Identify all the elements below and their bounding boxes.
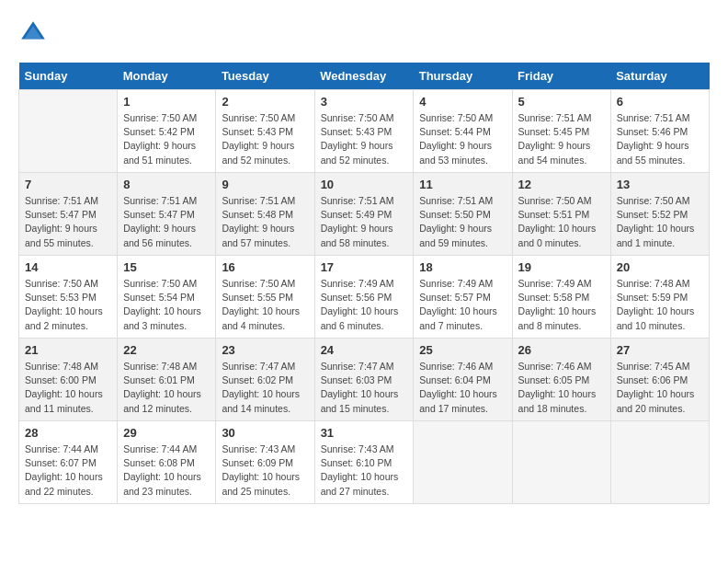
calendar-day-header: Friday xyxy=(512,63,610,90)
day-number: 28 xyxy=(25,426,111,440)
day-number: 23 xyxy=(222,343,308,357)
calendar-cell: 25Sunrise: 7:46 AMSunset: 6:04 PMDayligh… xyxy=(414,339,512,421)
day-info: Sunrise: 7:50 AMSunset: 5:44 PMDaylight:… xyxy=(419,111,506,167)
calendar-cell: 24Sunrise: 7:47 AMSunset: 6:03 PMDayligh… xyxy=(314,339,414,421)
day-number: 31 xyxy=(321,426,408,440)
calendar-cell: 4Sunrise: 7:50 AMSunset: 5:44 PMDaylight… xyxy=(414,90,512,173)
calendar-cell: 16Sunrise: 7:50 AMSunset: 5:55 PMDayligh… xyxy=(216,256,314,339)
calendar-cell xyxy=(610,421,709,504)
day-info: Sunrise: 7:44 AMSunset: 6:07 PMDaylight:… xyxy=(25,442,111,499)
calendar-day-header: Monday xyxy=(118,63,216,90)
calendar-cell: 12Sunrise: 7:50 AMSunset: 5:51 PMDayligh… xyxy=(512,173,610,256)
day-info: Sunrise: 7:47 AMSunset: 6:03 PMDaylight:… xyxy=(321,360,408,416)
day-info: Sunrise: 7:50 AMSunset: 5:55 PMDaylight:… xyxy=(222,277,308,333)
day-number: 17 xyxy=(321,260,408,274)
day-number: 16 xyxy=(222,260,308,274)
day-info: Sunrise: 7:51 AMSunset: 5:46 PMDaylight:… xyxy=(617,111,703,167)
day-info: Sunrise: 7:49 AMSunset: 5:57 PMDaylight:… xyxy=(419,277,506,333)
calendar-week-row: 1Sunrise: 7:50 AMSunset: 5:42 PMDaylight… xyxy=(19,90,710,173)
day-number: 13 xyxy=(617,178,703,191)
day-number: 11 xyxy=(419,178,506,191)
calendar-cell: 15Sunrise: 7:50 AMSunset: 5:54 PMDayligh… xyxy=(118,256,216,339)
calendar-week-row: 28Sunrise: 7:44 AMSunset: 6:07 PMDayligh… xyxy=(19,421,710,504)
day-number: 18 xyxy=(419,260,506,274)
calendar-cell: 29Sunrise: 7:44 AMSunset: 6:08 PMDayligh… xyxy=(118,421,216,504)
calendar-day-header: Tuesday xyxy=(216,63,314,90)
calendar-week-row: 14Sunrise: 7:50 AMSunset: 5:53 PMDayligh… xyxy=(19,256,710,339)
day-number: 22 xyxy=(123,343,210,357)
calendar-cell: 11Sunrise: 7:51 AMSunset: 5:50 PMDayligh… xyxy=(414,173,512,256)
day-number: 15 xyxy=(123,260,210,274)
day-number: 10 xyxy=(321,178,408,191)
day-number: 12 xyxy=(518,178,605,191)
day-info: Sunrise: 7:48 AMSunset: 5:59 PMDaylight:… xyxy=(617,277,703,333)
calendar-cell: 21Sunrise: 7:48 AMSunset: 6:00 PMDayligh… xyxy=(19,339,118,421)
calendar-cell: 23Sunrise: 7:47 AMSunset: 6:02 PMDayligh… xyxy=(216,339,314,421)
calendar-day-header: Wednesday xyxy=(314,63,414,90)
calendar-day-header: Saturday xyxy=(610,63,709,90)
calendar-cell: 3Sunrise: 7:50 AMSunset: 5:43 PMDaylight… xyxy=(314,90,414,173)
calendar-cell: 18Sunrise: 7:49 AMSunset: 5:57 PMDayligh… xyxy=(414,256,512,339)
calendar-cell: 20Sunrise: 7:48 AMSunset: 5:59 PMDayligh… xyxy=(610,256,709,339)
day-info: Sunrise: 7:43 AMSunset: 6:09 PMDaylight:… xyxy=(222,442,308,499)
day-number: 8 xyxy=(123,178,210,191)
calendar-cell: 30Sunrise: 7:43 AMSunset: 6:09 PMDayligh… xyxy=(216,421,314,504)
day-number: 25 xyxy=(419,343,506,357)
day-info: Sunrise: 7:50 AMSunset: 5:43 PMDaylight:… xyxy=(321,111,408,167)
calendar-cell xyxy=(414,421,512,504)
day-number: 6 xyxy=(617,95,703,109)
day-info: Sunrise: 7:49 AMSunset: 5:58 PMDaylight:… xyxy=(518,277,605,333)
day-number: 14 xyxy=(25,260,111,274)
day-number: 27 xyxy=(617,343,703,357)
calendar-week-row: 21Sunrise: 7:48 AMSunset: 6:00 PMDayligh… xyxy=(19,339,710,421)
calendar-cell: 9Sunrise: 7:51 AMSunset: 5:48 PMDaylight… xyxy=(216,173,314,256)
calendar-cell: 26Sunrise: 7:46 AMSunset: 6:05 PMDayligh… xyxy=(512,339,610,421)
day-info: Sunrise: 7:50 AMSunset: 5:52 PMDaylight:… xyxy=(617,194,703,250)
calendar-cell xyxy=(19,90,118,173)
day-number: 19 xyxy=(518,260,605,274)
logo-icon xyxy=(18,18,48,48)
day-info: Sunrise: 7:50 AMSunset: 5:51 PMDaylight:… xyxy=(518,194,605,250)
calendar-cell: 7Sunrise: 7:51 AMSunset: 5:47 PMDaylight… xyxy=(19,173,118,256)
calendar-day-header: Sunday xyxy=(19,63,118,90)
day-info: Sunrise: 7:51 AMSunset: 5:47 PMDaylight:… xyxy=(25,194,111,250)
day-number: 1 xyxy=(123,95,210,109)
day-number: 3 xyxy=(321,95,408,109)
day-number: 26 xyxy=(518,343,605,357)
day-info: Sunrise: 7:43 AMSunset: 6:10 PMDaylight:… xyxy=(321,442,408,499)
day-number: 4 xyxy=(419,95,506,109)
calendar-cell: 14Sunrise: 7:50 AMSunset: 5:53 PMDayligh… xyxy=(19,256,118,339)
day-info: Sunrise: 7:50 AMSunset: 5:43 PMDaylight:… xyxy=(222,111,308,167)
day-number: 9 xyxy=(222,178,308,191)
calendar-day-header: Thursday xyxy=(414,63,512,90)
day-info: Sunrise: 7:46 AMSunset: 6:05 PMDaylight:… xyxy=(518,360,605,416)
day-info: Sunrise: 7:50 AMSunset: 5:54 PMDaylight:… xyxy=(123,277,210,333)
calendar-cell: 5Sunrise: 7:51 AMSunset: 5:45 PMDaylight… xyxy=(512,90,610,173)
logo xyxy=(18,18,51,48)
day-number: 29 xyxy=(123,426,210,440)
calendar-cell: 10Sunrise: 7:51 AMSunset: 5:49 PMDayligh… xyxy=(314,173,414,256)
day-number: 21 xyxy=(25,343,111,357)
day-info: Sunrise: 7:47 AMSunset: 6:02 PMDaylight:… xyxy=(222,360,308,416)
page-header xyxy=(18,18,710,48)
calendar-cell: 6Sunrise: 7:51 AMSunset: 5:46 PMDaylight… xyxy=(610,90,709,173)
calendar-cell: 22Sunrise: 7:48 AMSunset: 6:01 PMDayligh… xyxy=(118,339,216,421)
calendar-cell: 8Sunrise: 7:51 AMSunset: 5:47 PMDaylight… xyxy=(118,173,216,256)
day-info: Sunrise: 7:51 AMSunset: 5:47 PMDaylight:… xyxy=(123,194,210,250)
day-info: Sunrise: 7:51 AMSunset: 5:45 PMDaylight:… xyxy=(518,111,605,167)
calendar-cell: 2Sunrise: 7:50 AMSunset: 5:43 PMDaylight… xyxy=(216,90,314,173)
day-number: 2 xyxy=(222,95,308,109)
calendar-header-row: SundayMondayTuesdayWednesdayThursdayFrid… xyxy=(19,63,710,90)
day-info: Sunrise: 7:50 AMSunset: 5:53 PMDaylight:… xyxy=(25,277,111,333)
calendar-cell: 13Sunrise: 7:50 AMSunset: 5:52 PMDayligh… xyxy=(610,173,709,256)
day-info: Sunrise: 7:48 AMSunset: 6:01 PMDaylight:… xyxy=(123,360,210,416)
day-number: 5 xyxy=(518,95,605,109)
calendar-table: SundayMondayTuesdayWednesdayThursdayFrid… xyxy=(18,63,710,504)
day-info: Sunrise: 7:46 AMSunset: 6:04 PMDaylight:… xyxy=(419,360,506,416)
day-info: Sunrise: 7:51 AMSunset: 5:49 PMDaylight:… xyxy=(321,194,408,250)
calendar-cell: 27Sunrise: 7:45 AMSunset: 6:06 PMDayligh… xyxy=(610,339,709,421)
day-number: 7 xyxy=(25,178,111,191)
calendar-cell: 31Sunrise: 7:43 AMSunset: 6:10 PMDayligh… xyxy=(314,421,414,504)
day-number: 30 xyxy=(222,426,308,440)
day-info: Sunrise: 7:48 AMSunset: 6:00 PMDaylight:… xyxy=(25,360,111,416)
